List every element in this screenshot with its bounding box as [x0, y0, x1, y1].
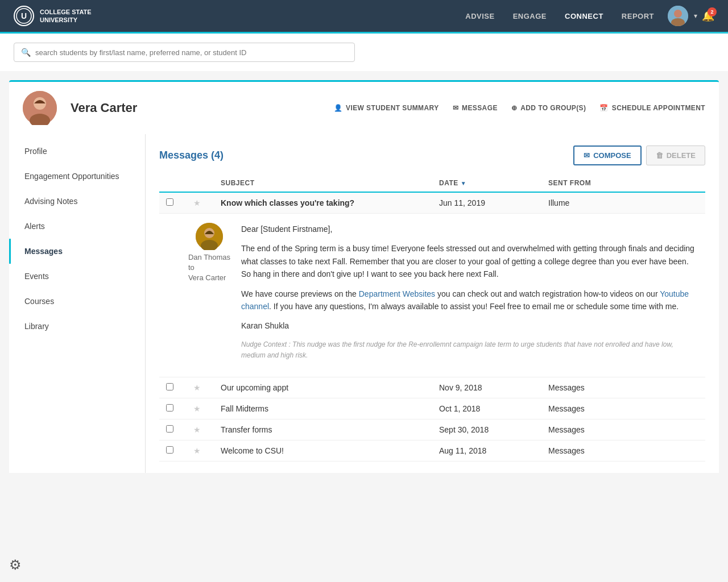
svg-point-3 [674, 10, 682, 18]
date-1: Jun 11, 2019 [432, 192, 541, 214]
messages-header: Messages (4) ✉ COMPOSE 🗑 DELETE [159, 146, 705, 165]
nav-advise[interactable]: ADVISE [465, 12, 494, 20]
star-icon-1[interactable]: ★ [193, 198, 201, 207]
subject-text-3: Fall Midterms [221, 404, 268, 413]
sort-icon: ▼ [461, 180, 466, 186]
expanded-content: Dan Thomas to Vera Carter Dear [Student … [159, 214, 705, 377]
body-para1: The end of the Spring term is a busy tim… [241, 242, 696, 280]
from-4: Messages [541, 419, 705, 440]
search-icon: 🔍 [21, 48, 31, 57]
message-button[interactable]: ✉ MESSAGE [453, 104, 498, 112]
sidebar-item-profile[interactable]: Profile [9, 139, 145, 164]
subject-text-4: Transfer forms [221, 425, 272, 434]
sidebar-item-engagement[interactable]: Engagement Opportunities [9, 164, 145, 189]
messages-actions: ✉ COMPOSE 🗑 DELETE [573, 146, 705, 165]
table-row[interactable]: ★ Transfer forms Sept 30, 2018 Messages [159, 419, 705, 440]
schedule-appointment-button[interactable]: 📅 SCHEDULE APPOINTMENT [599, 104, 705, 112]
star-icon-4[interactable]: ★ [193, 425, 201, 434]
compose-button[interactable]: ✉ COMPOSE [573, 146, 641, 165]
star-icon-3[interactable]: ★ [193, 404, 201, 413]
date-4: Sept 30, 2018 [432, 419, 541, 440]
nav-engage[interactable]: ENGAGE [513, 12, 547, 20]
user-menu-chevron[interactable]: ▾ [694, 12, 697, 20]
delete-button[interactable]: 🗑 DELETE [646, 146, 705, 165]
row-checkbox-2[interactable] [166, 383, 173, 390]
star-icon-2[interactable]: ★ [193, 383, 201, 392]
message-icon: ✉ [453, 104, 458, 112]
user-avatar[interactable] [668, 6, 688, 26]
main-layout: Profile Engagement Opportunities Advisin… [9, 134, 719, 473]
nudge-context: Nudge Context : This nudge was the first… [241, 339, 696, 361]
table-row[interactable]: ★ Know which classes you're taking? Jun … [159, 192, 705, 214]
greeting: Dear [Student Firstname], [241, 223, 696, 235]
from-5: Messages [541, 440, 705, 462]
sidebar-item-alerts[interactable]: Alerts [9, 214, 145, 239]
table-row[interactable]: ★ Welcome to CSU! Aug 11, 2018 Messages [159, 440, 705, 462]
table-row[interactable]: ★ Our upcoming appt Nov 9, 2018 Messages [159, 377, 705, 398]
summary-icon: 👤 [334, 104, 342, 112]
student-actions: 👤 VIEW STUDENT SUMMARY ✉ MESSAGE ⊕ ADD T… [334, 104, 705, 112]
col-header-subject: SUBJECT [214, 174, 432, 192]
calendar-icon: 📅 [599, 104, 608, 112]
nav-report[interactable]: REPORT [622, 12, 654, 20]
from-3: Messages [541, 398, 705, 419]
search-section: 🔍 [0, 34, 728, 71]
row-checkbox-3[interactable] [166, 404, 173, 411]
svg-text:U: U [21, 11, 27, 20]
student-header: Vera Carter 👤 VIEW STUDENT SUMMARY ✉ MES… [9, 80, 719, 134]
date-2: Nov 9, 2018 [432, 377, 541, 398]
row-checkbox-4[interactable] [166, 425, 173, 433]
subject-text-5: Welcome to CSU! [221, 446, 284, 455]
sidebar-item-advising-notes[interactable]: Advising Notes [9, 189, 145, 214]
row-checkbox-1[interactable] [166, 198, 173, 206]
search-input[interactable] [35, 48, 348, 57]
message-body: Dear [Student Firstname], The end of the… [241, 223, 696, 368]
expanded-message-row: Dan Thomas to Vera Carter Dear [Student … [159, 214, 705, 377]
navbar: U COLLEGE STATE UNIVERSITY ADVISE ENGAGE… [0, 0, 728, 32]
add-to-group-button[interactable]: ⊕ ADD TO GROUP(S) [511, 104, 586, 112]
sender-avatar [196, 223, 223, 250]
brand-text: COLLEGE STATE UNIVERSITY [40, 8, 92, 24]
sidebar-item-messages[interactable]: Messages [9, 239, 145, 264]
navbar-right: ▾ 🔔 2 [668, 6, 714, 26]
from-2: Messages [541, 377, 705, 398]
sidebar-item-events[interactable]: Events [9, 264, 145, 289]
nav-links: ADVISE ENGAGE CONNECT REPORT [465, 12, 654, 20]
subject-text-2: Our upcoming appt [221, 383, 288, 392]
notification-bell[interactable]: 🔔 2 [702, 10, 714, 22]
col-header-check [159, 174, 187, 192]
group-icon: ⊕ [511, 104, 517, 112]
sidebar: Profile Engagement Opportunities Advisin… [9, 134, 146, 473]
nav-connect[interactable]: CONNECT [565, 12, 603, 20]
date-3: Oct 1, 2018 [432, 398, 541, 419]
compose-icon: ✉ [584, 151, 590, 160]
col-header-date[interactable]: DATE ▼ [432, 174, 541, 192]
body-para2: We have course previews on the Departmen… [241, 288, 696, 313]
row-checkbox-5[interactable] [166, 446, 173, 454]
brand: U COLLEGE STATE UNIVERSITY [14, 6, 92, 26]
student-name: Vera Carter [71, 101, 137, 115]
notification-badge: 2 [708, 7, 717, 16]
sender-info: Dan Thomas to Vera Carter [188, 252, 230, 284]
content-area: Messages (4) ✉ COMPOSE 🗑 DELETE SUBJECT [146, 134, 719, 473]
signature: Karan Shukla [241, 319, 696, 332]
brand-logo: U [14, 6, 34, 26]
dept-websites-link[interactable]: Department Websites [359, 289, 435, 298]
view-summary-button[interactable]: 👤 VIEW STUDENT SUMMARY [334, 104, 439, 112]
sidebar-item-library[interactable]: Library [9, 314, 145, 339]
table-row[interactable]: ★ Fall Midterms Oct 1, 2018 Messages [159, 398, 705, 419]
messages-title: Messages (4) [159, 149, 224, 161]
col-header-sent-from: SENT FROM [541, 174, 705, 192]
search-input-wrap: 🔍 [14, 43, 355, 62]
col-header-star [187, 174, 214, 192]
messages-table: SUBJECT DATE ▼ SENT FROM ★ Know which cl… [159, 174, 705, 462]
date-5: Aug 11, 2018 [432, 440, 541, 462]
star-icon-5[interactable]: ★ [193, 446, 201, 455]
from-1: Illume [541, 192, 705, 214]
delete-icon: 🗑 [656, 151, 663, 160]
sidebar-item-courses[interactable]: Courses [9, 289, 145, 314]
subject-text-1: Know which classes you're taking? [221, 198, 354, 207]
student-avatar [23, 91, 57, 125]
